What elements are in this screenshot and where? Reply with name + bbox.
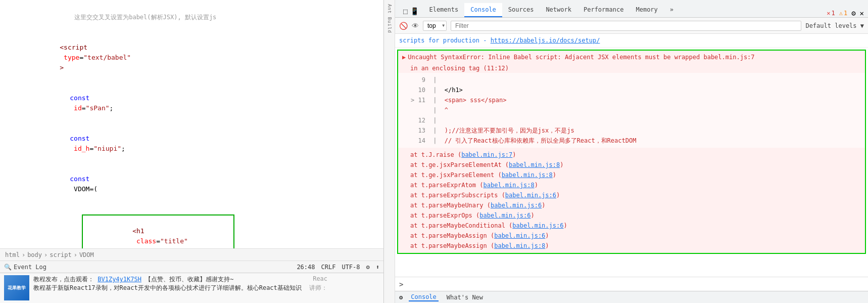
stack-loc[interactable]: babel.min.js:8 (494, 242, 545, 249)
status-bar: 🔍 Event Log 26:48 CRLF UTF-8 ⚙ ⬆ (0, 261, 383, 273)
filter-input[interactable] (451, 21, 801, 31)
bottom-tab-console[interactable]: Console (409, 293, 439, 301)
course-thumbnail: 花果教学 (4, 275, 29, 300)
console-input[interactable] (405, 280, 864, 288)
code-line: const VDOM=( (0, 164, 383, 204)
stack-loc[interactable]: babel.min.js:6 (505, 192, 556, 199)
upload-icon: ⬆ (376, 264, 379, 271)
status-info: 26:48 CRLF UTF-8 ⚙ ⬆ (297, 264, 379, 271)
console-error-block: ▶ Uncaught SyntaxError: Inline Babel scr… (397, 50, 866, 254)
tab-more[interactable]: » (664, 3, 680, 17)
console-output[interactable]: scripts for production - https://babeljs… (395, 34, 868, 277)
ant-build-sidebar: Ant Build (384, 0, 395, 303)
line-ending-indicator: CRLF (321, 264, 336, 271)
event-log-button[interactable]: 🔍 Event Log (4, 264, 46, 271)
stack-loc[interactable]: babel.min.js:8 (502, 171, 553, 179)
search-icon: 🔍 (4, 264, 12, 271)
code-content[interactable]: 这里交交叉叉设置为babel(解析JSX), 默认设置js <script ty… (0, 0, 383, 248)
context-selector-wrapper: top (423, 21, 447, 31)
cursor-icon[interactable]: ⬚ (403, 7, 407, 15)
stack-loc[interactable]: babel.min.js:8 (484, 182, 535, 189)
block-icon[interactable]: 🚫 (399, 22, 408, 30)
bottom-text: 教程发布，点击观看： BV1Zy4y1K7SH 【点赞、投币、收藏】感谢支持~ … (33, 275, 327, 292)
console-prompt: > (399, 280, 403, 288)
code-line: 这里交交叉叉设置为babel(解析JSX), 默认设置js (0, 2, 383, 32)
warning-icon: ⚠ (839, 10, 843, 17)
console-info-line: scripts for production - https://babeljs… (395, 34, 868, 48)
stack-loc[interactable]: babel.min.js:6 (479, 212, 531, 219)
levels-button[interactable]: Default levels ▼ (805, 22, 864, 29)
tab-network[interactable]: Network (540, 3, 577, 17)
settings-icon: ⚙ (366, 264, 370, 271)
tab-performance[interactable]: Performance (577, 3, 630, 17)
error-expand-icon: ▶ (402, 53, 406, 62)
devtools-tab-bar: ⬚ 📱 Elements Console Sources Network Per… (395, 0, 868, 18)
stack-loc[interactable]: babel.min.js:7 (461, 151, 512, 158)
eye-icon[interactable]: 👁 (412, 22, 419, 30)
error-message: Uncaught SyntaxError: Inline Babel scrip… (408, 53, 754, 62)
warn-count: ⚠ 1 (839, 10, 847, 17)
code-line: const id="sPan"; (0, 83, 383, 123)
code-line: <script type="text/babel" > (0, 32, 383, 83)
console-input-row: > (395, 277, 868, 291)
mobile-icon[interactable]: 📱 (410, 7, 419, 15)
event-log-label: Event Log (14, 264, 46, 271)
stack-loc[interactable]: babel.min.js:6 (494, 232, 545, 239)
code-line: const id_h="niupi"; (0, 123, 383, 164)
bottom-tab-whats-new[interactable]: What's New (445, 294, 485, 301)
code-editor: 这里交交叉叉设置为babel(解析JSX), 默认设置js <script ty… (0, 0, 384, 303)
bottom-settings-icon: ⚙ (399, 294, 403, 301)
tab-elements[interactable]: Elements (423, 3, 464, 17)
context-selector[interactable]: top (423, 21, 447, 31)
devtools-toolbar: 🚫 👁 top Default levels ▼ (395, 18, 868, 34)
error-code-snippet: 9 | 10 | </h1> > 11 | <span> sss</span> (398, 73, 865, 148)
encoding-indicator: UTF-8 (342, 264, 360, 271)
line-col-indicator: 26:48 (297, 264, 315, 271)
devtools-panel: ⬚ 📱 Elements Console Sources Network Per… (395, 0, 868, 303)
code-line: <h1 class="title" id={id_h.toLowerCase()… (0, 204, 383, 248)
console-error-main[interactable]: ▶ Uncaught SyntaxError: Inline Babel scr… (398, 51, 865, 64)
tab-memory[interactable]: Memory (630, 3, 663, 17)
error-count: ✕ 1 (827, 10, 835, 17)
tab-console[interactable]: Console (464, 3, 502, 17)
devtools-close-icon[interactable]: ✕ (860, 9, 864, 17)
devtools-bottom-bar: ⚙ Console What's New (395, 291, 868, 303)
course-link[interactable]: BV1Zy4y1K7SH (98, 276, 141, 283)
error-detail: in an enclosing tag (11:12) (398, 64, 865, 73)
babel-setup-link[interactable]: https://babeljs.io/docs/setup/ (491, 37, 600, 44)
stack-loc[interactable]: babel.min.js:6 (491, 202, 542, 209)
stack-trace: at t.J.raise (babel.min.js:7) at t.ge.js… (398, 148, 865, 253)
error-icon: ✕ (827, 10, 830, 17)
bottom-strip: 花果教学 教程发布，点击观看： BV1Zy4y1K7SH 【点赞、投币、收藏】感… (0, 273, 383, 303)
tab-sources[interactable]: Sources (502, 3, 540, 17)
stack-loc[interactable]: babel.min.js:8 (509, 161, 560, 168)
devtools-settings-icon[interactable]: ⚙ (851, 9, 855, 17)
breadcrumb: html › body › script › VDOM (0, 248, 383, 261)
stack-loc[interactable]: babel.min.js:6 (512, 222, 563, 229)
